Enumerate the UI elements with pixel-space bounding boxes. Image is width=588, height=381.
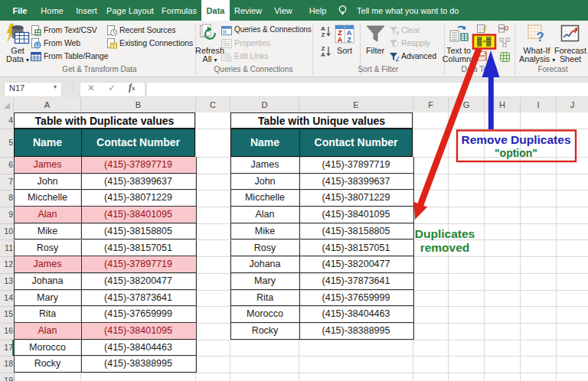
svg-text:Remove Duplicates: Remove Duplicates — [462, 133, 571, 146]
svg-text:"option": "option" — [495, 147, 537, 159]
